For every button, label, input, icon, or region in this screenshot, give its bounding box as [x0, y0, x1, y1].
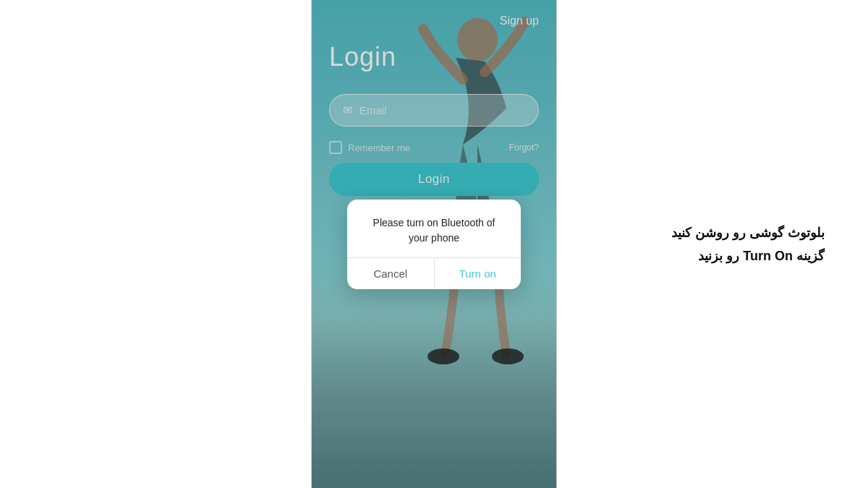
persian-line1: بلوتوث گوشی رو روشن کنید [671, 221, 825, 244]
turn-on-button[interactable]: Turn on [435, 258, 522, 289]
persian-instructions: بلوتوث گوشی رو روشن کنید گزینه Turn On ر… [671, 221, 825, 267]
cancel-button[interactable]: Cancel [347, 258, 435, 289]
persian-line2: گزینه Turn On رو بزنید [671, 244, 825, 267]
page-container: Sign up Login ✉ Remember me Forgot? Logi… [0, 0, 868, 488]
dialog-message: Please turn on Bluetooth of your phone [347, 200, 521, 257]
dialog-buttons: Cancel Turn on [347, 257, 521, 289]
dialog-overlay: Please turn on Bluetooth of your phone C… [312, 0, 556, 488]
phone-mockup: Sign up Login ✉ Remember me Forgot? Logi… [311, 0, 557, 488]
bluetooth-dialog: Please turn on Bluetooth of your phone C… [347, 200, 521, 289]
